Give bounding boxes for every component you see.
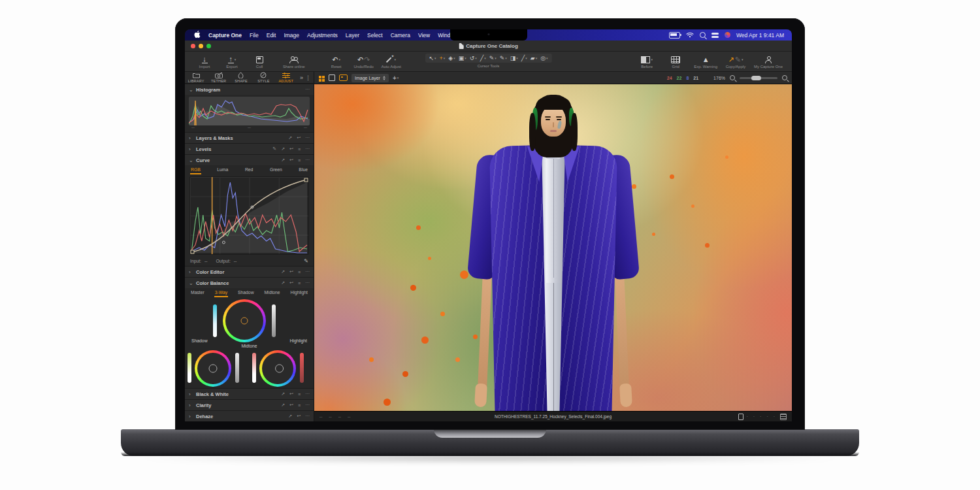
panel-header-histogram[interactable]: ⌄ Histogram ⋯: [185, 84, 314, 95]
share-online-button[interactable]: Share online: [280, 52, 308, 71]
more-icon[interactable]: ⋯: [305, 87, 310, 92]
auto-adjust-button[interactable]: ▾ Auto Adjust: [378, 52, 404, 71]
curve-tab-rgb[interactable]: RGB: [190, 166, 201, 174]
tab-adjust[interactable]: ADJUST: [275, 72, 297, 83]
tab-shape[interactable]: SHAPE: [230, 72, 252, 83]
tool-hand[interactable]: +▾: [438, 54, 446, 62]
copy-icon[interactable]: ↗: [281, 391, 285, 397]
tool-heal[interactable]: ◎▾: [540, 54, 548, 62]
menu-item-camera[interactable]: Camera: [387, 32, 414, 39]
apple-menu[interactable]: [190, 31, 204, 39]
tool-pencil[interactable]: ╱▾: [521, 54, 528, 62]
panel-header-layers[interactable]: › Layers & Masks ↗ ↩ ⋯: [185, 132, 314, 143]
tool-adjust[interactable]: ◈▾: [448, 54, 455, 62]
more-icon[interactable]: ⋯: [305, 280, 310, 286]
preset-icon[interactable]: ≡: [298, 403, 301, 408]
cb-tab-master[interactable]: Master: [190, 289, 205, 297]
reset-icon[interactable]: ↩: [289, 146, 293, 152]
tab-library[interactable]: LIBRARY: [185, 72, 207, 83]
panel-header-clarity[interactable]: › Clarity ↗ ↩ ≡ ⋯: [185, 399, 314, 410]
reset-icon[interactable]: ↩: [297, 414, 301, 419]
expand-tabs-icon[interactable]: »: [300, 74, 303, 81]
tool-picker[interactable]: ✎▾: [489, 54, 497, 62]
preset-icon[interactable]: ≡: [298, 392, 301, 397]
add-layer-button[interactable]: +▾: [393, 74, 399, 82]
tool-draw[interactable]: ✎▾: [499, 54, 508, 62]
copy-icon[interactable]: ↗: [281, 269, 285, 274]
minimize-button[interactable]: [199, 44, 203, 48]
battery-icon[interactable]: [669, 32, 680, 39]
tool-select[interactable]: ↖▾: [428, 54, 436, 62]
panel-header-dehaze[interactable]: › Dehaze ↗ ↩ ⋯: [185, 410, 314, 421]
curve-tab-green[interactable]: Green: [269, 166, 283, 174]
menu-item-edit[interactable]: Edit: [263, 32, 280, 39]
curve-tab-luma[interactable]: Luma: [216, 166, 229, 174]
undo-redo-button[interactable]: ↶↷ Undo/Redo: [351, 52, 377, 71]
reset-button[interactable]: ↶▾ Reset: [323, 52, 350, 71]
grid-button[interactable]: Grid: [662, 52, 689, 71]
more-icon[interactable]: ⋯: [305, 157, 310, 163]
preset-icon[interactable]: ≡: [298, 270, 301, 274]
tab-overflow-icon[interactable]: ⋮: [305, 74, 311, 81]
reset-icon[interactable]: ↩: [297, 135, 301, 140]
exposure-warning-button[interactable]: ▲ Exp. Warning: [691, 52, 720, 71]
curve-tab-red[interactable]: Red: [244, 166, 253, 174]
highlight-lightness-slider[interactable]: [300, 353, 304, 383]
import-button[interactable]: ↓ Import: [191, 52, 218, 71]
multi-view-icon[interactable]: [319, 76, 321, 78]
curve-tab-blue[interactable]: Blue: [298, 166, 308, 174]
copy-apply-button[interactable]: ↗✎▾ Copy/Apply: [723, 52, 749, 71]
cb-tab-midtone[interactable]: Midtone: [263, 289, 280, 297]
shadow-saturation-slider[interactable]: [188, 353, 191, 383]
highlight-saturation-slider[interactable]: [252, 353, 256, 383]
zoom-in-icon[interactable]: [782, 75, 787, 80]
preset-icon[interactable]: ≡: [298, 281, 301, 286]
more-icon[interactable]: ⋯: [305, 135, 310, 140]
my-capture-one-button[interactable]: My Capture One: [751, 52, 785, 71]
copy-icon[interactable]: ↗: [281, 157, 285, 163]
preset-icon[interactable]: ≡: [298, 158, 301, 163]
more-icon[interactable]: ⋯: [305, 269, 310, 274]
zoom-button[interactable]: [206, 44, 211, 48]
copy-icon[interactable]: ↗: [288, 414, 292, 419]
preset-icon[interactable]: ≡: [298, 147, 301, 152]
layer-select[interactable]: Image Layer: [351, 74, 389, 82]
photo-canvas[interactable]: [314, 84, 792, 411]
siri-icon[interactable]: [725, 32, 730, 38]
menu-item-view[interactable]: View: [414, 32, 434, 39]
tab-style[interactable]: STYLE: [252, 72, 274, 83]
cb-tab-shadow[interactable]: Shadow: [237, 289, 255, 297]
filmstrip-icon[interactable]: [780, 414, 787, 420]
reset-icon[interactable]: ↩: [289, 280, 293, 286]
midtone-color-wheel[interactable]: [223, 299, 266, 342]
midtone-lightness-slider[interactable]: [272, 304, 276, 337]
cb-tab-3way[interactable]: 3-Way: [214, 289, 228, 297]
more-icon[interactable]: ⋯: [305, 391, 310, 397]
more-icon[interactable]: ⋯: [305, 146, 310, 152]
menu-item-image[interactable]: Image: [280, 32, 303, 39]
shadow-wheel-marker[interactable]: [209, 365, 218, 373]
close-button[interactable]: [191, 44, 195, 48]
more-icon[interactable]: ⋯: [305, 414, 310, 419]
reset-icon[interactable]: ↩: [289, 157, 293, 163]
curve-graph[interactable]: [189, 176, 309, 255]
reset-icon[interactable]: ↩: [289, 402, 293, 408]
menu-item-app[interactable]: Capture One: [204, 32, 246, 39]
menu-item-layer[interactable]: Layer: [342, 32, 363, 39]
curve-picker-icon[interactable]: ✎: [304, 258, 308, 264]
export-button[interactable]: ↑▾ Export: [219, 52, 245, 71]
panel-header-levels[interactable]: › Levels ✎ ↗ ↩ ≡ ⋯: [185, 143, 314, 154]
proof-view-icon[interactable]: [339, 74, 348, 81]
shadow-color-wheel[interactable]: [195, 350, 231, 387]
pager-dots[interactable]: · · · · ·: [747, 414, 777, 419]
shadow-lightness-slider[interactable]: [235, 353, 239, 383]
zoom-slider-thumb[interactable]: [751, 76, 761, 80]
control-center-icon[interactable]: [711, 33, 719, 38]
copy-icon[interactable]: ↗: [281, 146, 285, 152]
panel-header-curve[interactable]: ⌄ Curve ↗ ↩ ≡ ⋯: [185, 154, 314, 165]
cull-button[interactable]: Cull: [246, 52, 272, 71]
panel-header-color-editor[interactable]: › Color Editor ↗ ↩ ≡ ⋯: [185, 266, 314, 277]
panel-header-color-balance[interactable]: ⌄ Color Balance ↗ ↩ ≡ ⋯: [185, 277, 314, 288]
panel-header-black-white[interactable]: › Black & White ↗ ↩ ≡ ⋯: [185, 388, 314, 399]
copy-icon[interactable]: ↗: [281, 280, 285, 286]
